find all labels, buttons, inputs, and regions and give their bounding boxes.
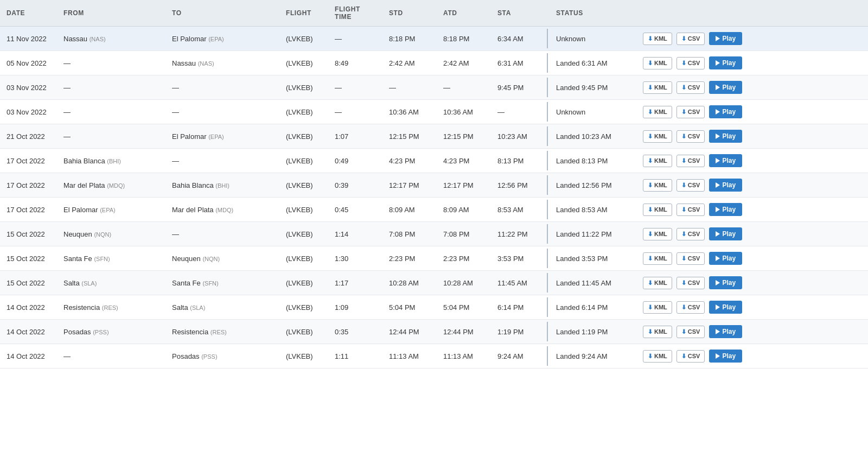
cell-atd: 8:09 AM <box>437 198 491 222</box>
cell-actions: ⬇ KML ⬇ CSV Play <box>636 51 868 75</box>
kml-button[interactable]: ⬇ KML <box>643 106 672 118</box>
csv-button[interactable]: ⬇ CSV <box>676 204 705 216</box>
play-button[interactable]: Play <box>709 227 742 240</box>
download-kml-icon: ⬇ <box>648 60 653 67</box>
cell-status: Landed 12:56 PM <box>550 173 636 198</box>
play-icon <box>716 304 720 310</box>
col-header-flight: FLIGHT <box>279 0 328 27</box>
csv-button[interactable]: ⬇ CSV <box>676 252 705 265</box>
play-icon <box>716 353 720 359</box>
kml-button[interactable]: ⬇ KML <box>643 301 672 314</box>
play-button[interactable]: Play <box>709 130 742 143</box>
play-button[interactable]: Play <box>709 252 742 265</box>
cell-flighttime: — <box>328 100 382 124</box>
play-button[interactable]: Play <box>709 350 742 363</box>
kml-button[interactable]: ⬇ KML <box>643 326 672 338</box>
kml-button[interactable]: ⬇ KML <box>643 33 672 45</box>
play-icon <box>716 109 720 115</box>
play-button[interactable]: Play <box>709 105 742 118</box>
download-csv-icon: ⬇ <box>681 304 686 311</box>
play-label: Play <box>722 132 736 140</box>
play-button[interactable]: Play <box>709 32 742 45</box>
csv-button[interactable]: ⬇ CSV <box>676 57 705 69</box>
csv-button[interactable]: ⬇ CSV <box>676 326 705 338</box>
csv-button[interactable]: ⬇ CSV <box>676 106 705 118</box>
play-button[interactable]: Play <box>709 56 742 69</box>
kml-button[interactable]: ⬇ KML <box>643 130 672 143</box>
cell-date: 11 Nov 2022 <box>0 27 57 51</box>
csv-button[interactable]: ⬇ CSV <box>676 301 705 314</box>
cell-date: 14 Oct 2022 <box>0 344 57 369</box>
download-csv-icon: ⬇ <box>681 60 686 67</box>
col-header-date: DATE <box>0 0 57 27</box>
csv-button[interactable]: ⬇ CSV <box>676 228 705 240</box>
download-csv-icon: ⬇ <box>681 255 686 262</box>
cell-status: Landed 11:22 PM <box>550 222 636 246</box>
table-row: 17 Oct 2022El Palomar (EPA)Mar del Plata… <box>0 198 868 222</box>
csv-button[interactable]: ⬇ CSV <box>676 81 705 94</box>
vertical-divider <box>545 173 550 198</box>
cell-from: El Palomar (EPA) <box>57 198 165 222</box>
cell-std: 10:36 AM <box>382 100 437 124</box>
download-kml-icon: ⬇ <box>648 133 653 140</box>
play-button[interactable]: Play <box>709 179 742 192</box>
play-button[interactable]: Play <box>709 301 742 314</box>
col-header-status: STATUS <box>550 0 636 27</box>
cell-from: Neuquen (NQN) <box>57 222 165 246</box>
kml-label: KML <box>654 353 667 359</box>
play-label: Play <box>722 352 736 360</box>
cell-actions: ⬇ KML ⬇ CSV Play <box>636 295 868 320</box>
play-button[interactable]: Play <box>709 81 742 94</box>
play-icon <box>716 85 720 90</box>
table-row: 14 Oct 2022Posadas (PSS)Resistencia (RES… <box>0 320 868 344</box>
kml-button[interactable]: ⬇ KML <box>643 57 672 69</box>
play-icon <box>716 231 720 237</box>
cell-status: Unknown <box>550 27 636 51</box>
cell-from: — <box>57 75 165 100</box>
cell-std: 12:44 PM <box>382 320 437 344</box>
cell-flight: (LVKEB) <box>279 222 328 246</box>
cell-flighttime: 0:39 <box>328 173 382 198</box>
csv-button[interactable]: ⬇ CSV <box>676 130 705 143</box>
csv-button[interactable]: ⬇ CSV <box>676 179 705 192</box>
download-kml-icon: ⬇ <box>648 84 653 91</box>
vertical-divider <box>545 198 550 222</box>
kml-button[interactable]: ⬇ KML <box>643 155 672 167</box>
play-icon <box>716 256 720 261</box>
col-header-atd: ATD <box>437 0 491 27</box>
cell-flight: (LVKEB) <box>279 51 328 75</box>
table-row: 14 Oct 2022Resistencia (RES)Salta (SLA)(… <box>0 295 868 320</box>
csv-button[interactable]: ⬇ CSV <box>676 277 705 289</box>
cell-flight: (LVKEB) <box>279 100 328 124</box>
play-button[interactable]: Play <box>709 325 742 338</box>
kml-button[interactable]: ⬇ KML <box>643 350 672 363</box>
csv-label: CSV <box>688 60 700 66</box>
cell-to: — <box>165 149 279 173</box>
play-button[interactable]: Play <box>709 276 742 289</box>
kml-button[interactable]: ⬇ KML <box>643 228 672 240</box>
cell-to: — <box>165 75 279 100</box>
play-label: Play <box>722 303 736 311</box>
cell-to: — <box>165 100 279 124</box>
kml-button[interactable]: ⬇ KML <box>643 204 672 216</box>
cell-to: Santa Fe (SFN) <box>165 271 279 295</box>
kml-button[interactable]: ⬇ KML <box>643 179 672 192</box>
csv-button[interactable]: ⬇ CSV <box>676 33 705 45</box>
cell-actions: ⬇ KML ⬇ CSV Play <box>636 75 868 100</box>
kml-button[interactable]: ⬇ KML <box>643 81 672 94</box>
play-button[interactable]: Play <box>709 154 742 167</box>
vertical-divider <box>545 222 550 246</box>
csv-button[interactable]: ⬇ CSV <box>676 350 705 363</box>
cell-date: 15 Oct 2022 <box>0 271 57 295</box>
csv-button[interactable]: ⬇ CSV <box>676 155 705 167</box>
cell-actions: ⬇ KML ⬇ CSV Play <box>636 198 868 222</box>
kml-button[interactable]: ⬇ KML <box>643 277 672 289</box>
csv-label: CSV <box>688 84 700 91</box>
csv-label: CSV <box>688 206 700 213</box>
kml-button[interactable]: ⬇ KML <box>643 252 672 265</box>
cell-std: 10:28 AM <box>382 271 437 295</box>
play-button[interactable]: Play <box>709 203 742 216</box>
cell-atd: 12:15 PM <box>437 124 491 149</box>
download-kml-icon: ⬇ <box>648 231 653 238</box>
cell-std: 11:13 AM <box>382 344 437 369</box>
